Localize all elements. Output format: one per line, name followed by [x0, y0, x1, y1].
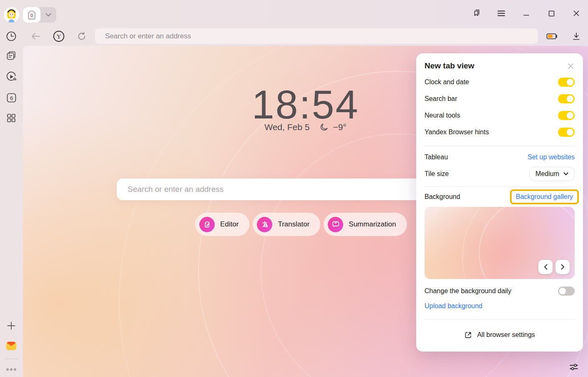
all-browser-settings-label: All browser settings [477, 331, 535, 339]
back-icon[interactable] [30, 30, 42, 42]
neural-tools-row: Editor Translator “ [195, 213, 407, 236]
editor-label: Editor [220, 220, 239, 229]
battery-icon[interactable] [546, 30, 558, 42]
tab-badge-count: 0 [30, 13, 33, 18]
reload-icon[interactable] [76, 30, 88, 42]
toggle-daily-background[interactable] [558, 287, 575, 296]
panel-divider [425, 186, 575, 187]
summarization-label: Summarization [349, 220, 396, 229]
set-up-websites-link[interactable]: Set up websites [528, 153, 575, 161]
setting-label: Clock and date [425, 78, 469, 86]
setting-row-neural-tools: Neural tools [425, 107, 575, 124]
new-tab-view-panel: New tab view Clock and date Search bar N… [416, 53, 583, 352]
sidebar-more-icon[interactable] [5, 364, 17, 375]
panel-title: New tab view [425, 61, 474, 70]
yandex-icon[interactable]: Y [53, 30, 65, 42]
svg-text:“: “ [334, 221, 337, 227]
tutorial-highlight-box: Background gallery [510, 189, 579, 204]
daily-background-label: Change the background daily [425, 287, 511, 295]
previous-background-button[interactable] [538, 260, 553, 274]
history-icon[interactable] [5, 30, 17, 42]
setting-row-tile-size: Tile size Medium [425, 166, 575, 182]
translator-icon [257, 217, 272, 232]
toolbar: Y [0, 27, 588, 46]
toggle-search-bar[interactable] [558, 94, 575, 103]
downloads-icon[interactable] [570, 30, 582, 42]
panel-divider [425, 319, 575, 320]
address-input[interactable] [95, 32, 538, 40]
setting-row-browser-hints: Yandex Browser hints [425, 124, 575, 141]
address-bar[interactable] [95, 28, 538, 44]
editor-icon [199, 217, 215, 232]
background-preview [425, 207, 575, 279]
tile-size-label: Tile size [425, 170, 449, 178]
moon-weather-icon [319, 123, 329, 132]
page-settings-icon[interactable] [567, 360, 580, 374]
tableau-label: Tableau [425, 153, 448, 161]
summarization-icon: “ [328, 217, 343, 232]
background-gallery-link[interactable]: Background gallery [516, 193, 573, 200]
toggle-browser-hints[interactable] [558, 128, 575, 137]
minimize-icon[interactable] [521, 8, 531, 18]
editor-button[interactable]: Editor [195, 213, 249, 236]
all-browser-settings-button[interactable]: All browser settings [425, 323, 575, 347]
chevron-left-icon [544, 264, 548, 270]
mail-icon[interactable] [5, 340, 17, 352]
close-window-icon[interactable] [571, 8, 581, 18]
tile-size-select[interactable]: Medium [529, 167, 575, 181]
add-panel-icon[interactable] [5, 320, 17, 332]
titlebar: 0 [0, 0, 588, 27]
date-label: Wed, Feb 5 [264, 122, 309, 132]
profile-avatar[interactable] [4, 7, 19, 23]
translator-label: Translator [278, 220, 309, 229]
panel-divider [425, 146, 575, 146]
media-player-icon[interactable] [5, 71, 17, 83]
translator-button[interactable]: Translator [253, 213, 320, 236]
browser-window: 0 [0, 0, 588, 377]
summarization-button[interactable]: “ Summarization [324, 213, 407, 236]
setting-label: Yandex Browser hints [425, 128, 489, 136]
maximize-icon[interactable] [546, 8, 556, 18]
setting-row-tableau: Tableau Set up websites [425, 149, 575, 166]
sidebar: 6 [0, 46, 23, 377]
svg-text:Y: Y [57, 34, 61, 40]
active-tab[interactable]: 0 [23, 7, 40, 23]
open-tabs-count: 6 [10, 95, 13, 101]
external-link-icon [464, 331, 472, 339]
temperature-label: −9° [333, 122, 346, 132]
tab-manager-icon[interactable]: 6 [5, 92, 17, 103]
chevron-right-icon [561, 264, 565, 270]
setting-row-search-bar: Search bar [425, 90, 575, 107]
tab-list-chevron-icon[interactable] [40, 7, 56, 23]
chevron-down-icon [563, 172, 568, 176]
sidebar-divider [5, 359, 18, 359]
setting-row-daily-background: Change the background daily [425, 283, 575, 299]
background-label: Background [425, 193, 460, 201]
services-grid-icon[interactable] [5, 112, 17, 124]
new-tab-page: 18:54 Wed, Feb 5 −9° [23, 46, 588, 377]
background-carousel [538, 260, 570, 274]
setting-row-clock-and-date: Clock and date [425, 74, 575, 90]
setting-label: Search bar [425, 95, 457, 103]
toggle-clock-and-date[interactable] [558, 78, 575, 87]
upload-background-link[interactable]: Upload background [425, 302, 482, 310]
toggle-neural-tools[interactable] [558, 111, 575, 120]
menu-icon[interactable] [496, 8, 506, 18]
tile-size-value: Medium [535, 170, 559, 178]
setting-label: Neural tools [425, 112, 460, 119]
setting-row-background: Background Background gallery [425, 188, 575, 206]
panel-close-icon[interactable] [566, 62, 575, 70]
tab-group: 0 [23, 7, 56, 23]
collections-icon[interactable] [471, 8, 481, 18]
notes-icon[interactable] [5, 50, 17, 62]
next-background-button[interactable] [555, 260, 570, 274]
